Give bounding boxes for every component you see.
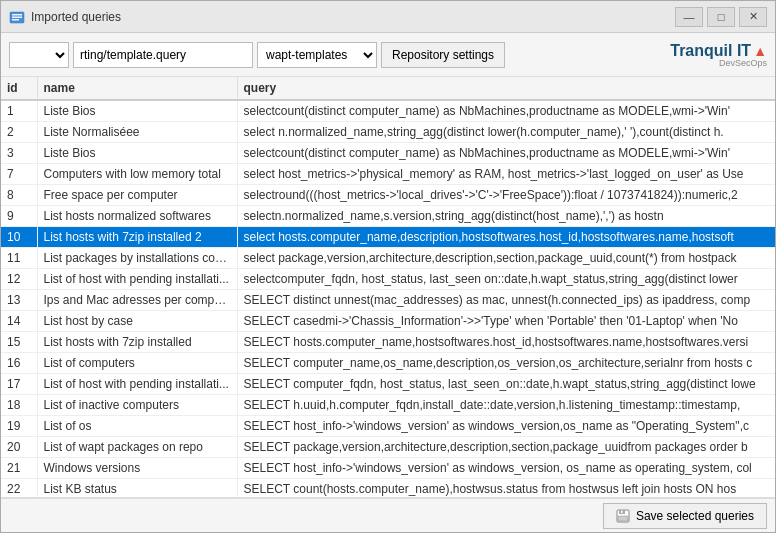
cell-id: 7 — [1, 164, 37, 185]
cell-query: SELECT host_info->'windows_version' as w… — [237, 416, 775, 437]
cell-id: 1 — [1, 100, 37, 122]
svg-rect-3 — [12, 19, 19, 21]
table-row[interactable]: 9List hosts normalized softwaresselectn.… — [1, 206, 775, 227]
cell-query: selectcomputer_fqdn, host_status, last_s… — [237, 269, 775, 290]
main-window: Imported queries — □ ✕ wapt-templates Re… — [0, 0, 776, 533]
table-row[interactable]: 18List of inactive computersSELECT h.uui… — [1, 395, 775, 416]
query-table-container[interactable]: id name query 1Liste Biosselectcount(dis… — [1, 77, 775, 498]
source-dropdown[interactable] — [9, 42, 69, 68]
table-row[interactable]: 8Free space per computerselectround(((ho… — [1, 185, 775, 206]
cell-name: List of inactive computers — [37, 395, 237, 416]
cell-id: 18 — [1, 395, 37, 416]
cell-query: SELECT hosts.computer_name,hostsoftwares… — [237, 332, 775, 353]
table-row[interactable]: 15List hosts with 7zip installedSELECT h… — [1, 332, 775, 353]
window-icon — [9, 9, 25, 25]
cell-query: SELECT computer_fqdn, host_status, last_… — [237, 374, 775, 395]
col-header-name: name — [37, 77, 237, 100]
cell-name: List hosts normalized softwares — [37, 206, 237, 227]
cell-query: SELECT host_info->'windows_version' as w… — [237, 458, 775, 479]
cell-id: 10 — [1, 227, 37, 248]
table-row[interactable]: 14List host by caseSELECT casedmi->'Chas… — [1, 311, 775, 332]
table-row[interactable]: 11List packages by installations countse… — [1, 248, 775, 269]
cell-id: 14 — [1, 311, 37, 332]
cell-name: Ips and Mac adresses per computer — [37, 290, 237, 311]
logo-triangle: ▲ — [753, 43, 767, 59]
cell-id: 16 — [1, 353, 37, 374]
col-header-query: query — [237, 77, 775, 100]
cell-name: List KB status — [37, 479, 237, 499]
table-row[interactable]: 13Ips and Mac adresses per computerSELEC… — [1, 290, 775, 311]
table-row[interactable]: 7Computers with low memory totalselect h… — [1, 164, 775, 185]
cell-name: List of os — [37, 416, 237, 437]
table-row[interactable]: 20List of wapt packages on repoSELECT pa… — [1, 437, 775, 458]
table-row[interactable]: 3Liste Biosselectcount(distinct computer… — [1, 143, 775, 164]
path-input[interactable] — [73, 42, 253, 68]
cell-name: List of wapt packages on repo — [37, 437, 237, 458]
cell-name: Liste Bios — [37, 143, 237, 164]
cell-name: List packages by installations count — [37, 248, 237, 269]
cell-name: Free space per computer — [37, 185, 237, 206]
cell-id: 2 — [1, 122, 37, 143]
table-row[interactable]: 12List of host with pending installati..… — [1, 269, 775, 290]
svg-rect-2 — [12, 16, 22, 18]
table-body: 1Liste Biosselectcount(distinct computer… — [1, 100, 775, 498]
query-table: id name query 1Liste Biosselectcount(dis… — [1, 77, 775, 498]
minimize-button[interactable]: — — [675, 7, 703, 27]
table-row[interactable]: 10List hosts with 7zip installed 2select… — [1, 227, 775, 248]
cell-name: Windows versions — [37, 458, 237, 479]
window-controls: — □ ✕ — [675, 7, 767, 27]
cell-query: SELECT distinct unnest(mac_addresses) as… — [237, 290, 775, 311]
cell-id: 15 — [1, 332, 37, 353]
cell-query: selectn.normalized_name,s.version,string… — [237, 206, 775, 227]
title-bar: Imported queries — □ ✕ — [1, 1, 775, 33]
table-row[interactable]: 2Liste Normaliséeeselect n.normalized_na… — [1, 122, 775, 143]
table-header-row: id name query — [1, 77, 775, 100]
cell-id: 17 — [1, 374, 37, 395]
svg-rect-6 — [618, 516, 628, 521]
table-row[interactable]: 1Liste Biosselectcount(distinct computer… — [1, 100, 775, 122]
cell-query: selectcount(distinct computer_name) as N… — [237, 143, 775, 164]
save-button-label: Save selected queries — [636, 509, 754, 523]
cell-query: selectcount(distinct computer_name) as N… — [237, 100, 775, 122]
logo: Tranquil IT▲ DevSecOps — [670, 42, 767, 68]
cell-id: 11 — [1, 248, 37, 269]
cell-id: 22 — [1, 479, 37, 499]
window-title: Imported queries — [31, 10, 675, 24]
table-row[interactable]: 22List KB statusSELECT count(hosts.compu… — [1, 479, 775, 499]
cell-id: 21 — [1, 458, 37, 479]
cell-query: selectround(((host_metrics->'local_drive… — [237, 185, 775, 206]
cell-query: select hosts.computer_name,description,h… — [237, 227, 775, 248]
cell-name: Liste Bios — [37, 100, 237, 122]
table-row[interactable]: 16List of computersSELECT computer_name,… — [1, 353, 775, 374]
cell-name: List of host with pending installati... — [37, 269, 237, 290]
svg-rect-1 — [12, 14, 22, 16]
close-button[interactable]: ✕ — [739, 7, 767, 27]
cell-name: List hosts with 7zip installed 2 — [37, 227, 237, 248]
toolbar: wapt-templates Repository settings Tranq… — [1, 33, 775, 77]
cell-id: 9 — [1, 206, 37, 227]
cell-id: 8 — [1, 185, 37, 206]
maximize-button[interactable]: □ — [707, 7, 735, 27]
statusbar: Save selected queries — [1, 498, 775, 532]
svg-rect-7 — [621, 510, 623, 513]
cell-id: 12 — [1, 269, 37, 290]
cell-name: List of host with pending installati... — [37, 374, 237, 395]
cell-name: List host by case — [37, 311, 237, 332]
cell-query: select package,version,architecture,desc… — [237, 248, 775, 269]
repository-settings-button[interactable]: Repository settings — [381, 42, 505, 68]
cell-query: SELECT package,version,architecture,desc… — [237, 437, 775, 458]
table-row[interactable]: 21Windows versionsSELECT host_info->'win… — [1, 458, 775, 479]
cell-name: List of computers — [37, 353, 237, 374]
cell-id: 19 — [1, 416, 37, 437]
logo-text: Tranquil IT — [670, 42, 751, 59]
save-selected-queries-button[interactable]: Save selected queries — [603, 503, 767, 529]
cell-query: SELECT h.uuid,h.computer_fqdn,install_da… — [237, 395, 775, 416]
logo-sub: DevSecOps — [670, 58, 767, 68]
cell-name: List hosts with 7zip installed — [37, 332, 237, 353]
table-row[interactable]: 19List of osSELECT host_info->'windows_v… — [1, 416, 775, 437]
cell-query: SELECT count(hosts.computer_name),hostws… — [237, 479, 775, 499]
repo-dropdown[interactable]: wapt-templates — [257, 42, 377, 68]
table-row[interactable]: 17List of host with pending installati..… — [1, 374, 775, 395]
save-icon — [616, 509, 630, 523]
cell-name: Liste Normaliséee — [37, 122, 237, 143]
